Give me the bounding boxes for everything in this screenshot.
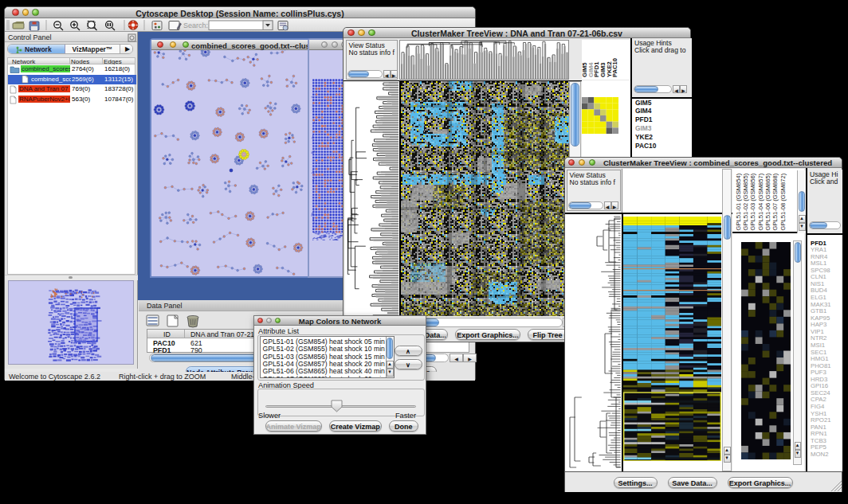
svg-text:GPL51-01 (GSM854): GPL51-01 (GSM854) <box>735 173 742 230</box>
svg-text:Search:: Search: <box>183 21 208 29</box>
svg-text:GPL51-04 (GSM857): GPL51-04 (GSM857) <box>757 173 764 230</box>
svg-text:GPL51-08 (GSM872): GPL51-08 (GSM872) <box>779 173 787 230</box>
svg-text:GPL51-02 (GSM855): GPL51-02 (GSM855) <box>742 173 749 230</box>
svg-text:GPL51-03 (GSM856): GPL51-03 (GSM856) <box>749 173 756 230</box>
svg-text:GPL51-06 (GSM865): GPL51-06 (GSM865) <box>764 173 771 230</box>
svg-text:GPL51-07 (GSM868): GPL51-07 (GSM868) <box>771 173 779 230</box>
svg-text:PAC10: PAC10 <box>611 58 618 77</box>
